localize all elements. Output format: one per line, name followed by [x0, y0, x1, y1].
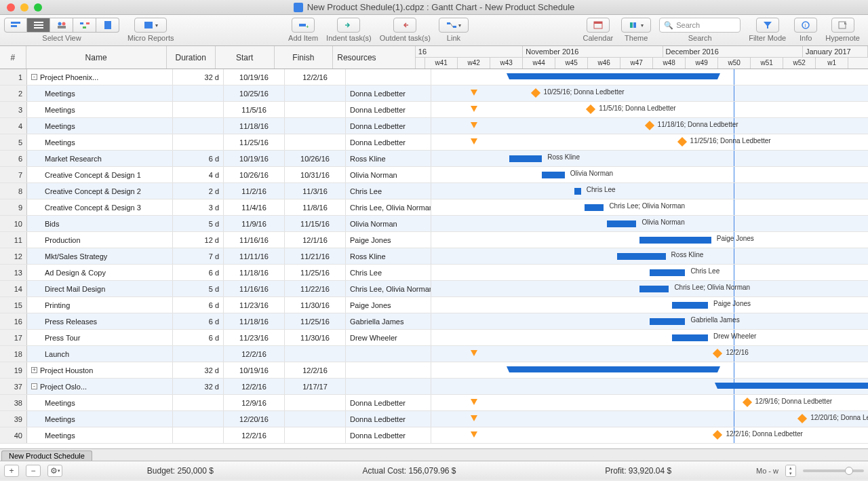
dur-cell[interactable]: 6 d — [173, 297, 224, 313]
finish-cell[interactable]: 11/21/16 — [285, 248, 346, 264]
row-number[interactable]: 18 — [0, 346, 27, 362]
table-row[interactable]: 40Meetings12/2/16Donna Ledbetter12/2/16;… — [0, 427, 868, 444]
dur-cell[interactable]: 7 d — [173, 248, 224, 264]
task-name-cell[interactable]: Meetings — [27, 118, 173, 134]
timeline-header[interactable]: 16November 2016December 2016January 2017… — [416, 46, 868, 69]
gantt-cell[interactable]: Gabriella James — [431, 313, 868, 329]
res-cell[interactable]: Olivia Norman — [346, 167, 431, 182]
res-cell[interactable]: Donna Ledbetter — [346, 395, 431, 410]
view-report-button[interactable] — [96, 18, 119, 33]
dur-cell[interactable]: 4 d — [173, 167, 224, 182]
dur-cell[interactable]: 32 d — [173, 362, 224, 378]
start-cell[interactable]: 11/16/16 — [224, 281, 285, 296]
finish-cell[interactable]: 11/8/16 — [285, 199, 346, 215]
finish-cell[interactable]: 11/30/16 — [285, 330, 346, 345]
dur-cell[interactable] — [173, 411, 224, 427]
gantt-cell[interactable]: 12/2/16; Donna Ledbetter — [431, 427, 868, 443]
dur-cell[interactable] — [173, 395, 224, 410]
start-cell[interactable]: 11/18/16 — [224, 265, 285, 280]
info-button[interactable]: i — [794, 18, 817, 33]
table-row[interactable]: 7Creative Concept & Design 14 d10/26/161… — [0, 167, 868, 183]
milestone-diamond-icon[interactable] — [797, 414, 807, 423]
gantt-cell[interactable]: Chris Lee; Olivia Norman — [431, 281, 868, 296]
res-cell[interactable]: Donna Ledbetter — [346, 85, 431, 101]
remove-row-button[interactable]: − — [26, 465, 41, 477]
table-row[interactable]: 17Press Tour6 d11/23/1611/30/16Drew Whee… — [0, 330, 868, 346]
finish-cell[interactable]: 10/31/16 — [285, 167, 346, 182]
expand-toggle[interactable]: - — [31, 74, 37, 80]
dur-cell[interactable] — [173, 134, 224, 150]
summary-bar[interactable] — [509, 366, 717, 372]
res-cell[interactable]: Gabriella James — [346, 313, 431, 329]
task-bar[interactable] — [672, 334, 708, 341]
start-cell[interactable]: 10/26/16 — [224, 167, 285, 182]
res-cell[interactable] — [346, 379, 431, 394]
task-bar[interactable] — [607, 220, 636, 227]
row-number[interactable]: 40 — [0, 427, 27, 443]
zoom-slider[interactable] — [803, 469, 864, 472]
row-number[interactable]: 2 — [0, 85, 27, 101]
res-cell[interactable]: Ross Kline — [346, 248, 431, 264]
table-row[interactable]: 4Meetings11/18/16Donna Ledbetter11/18/16… — [0, 118, 868, 134]
settings-button[interactable]: ⚙▾ — [47, 465, 62, 477]
finish-cell[interactable]: 1/17/17 — [285, 379, 346, 394]
table-row[interactable]: 10Bids5 d11/9/1611/15/16Olivia NormanOli… — [0, 216, 868, 232]
task-name-cell[interactable]: Printing — [27, 297, 173, 313]
outdent-button[interactable] — [393, 18, 416, 33]
row-number[interactable]: 4 — [0, 118, 27, 134]
col-finish[interactable]: Finish — [275, 46, 334, 69]
res-cell[interactable]: Olivia Norman — [346, 216, 431, 231]
col-num[interactable]: # — [0, 46, 26, 69]
gantt-cell[interactable]: 12/20/16; Donna Ledbetter — [431, 411, 868, 427]
row-number[interactable]: 10 — [0, 216, 27, 231]
table-row[interactable]: 8Creative Concept & Design 22 d11/2/1611… — [0, 183, 868, 199]
gantt-cell[interactable]: Chris Lee — [431, 183, 868, 199]
task-name-cell[interactable]: Creative Concept & Design 3 — [27, 199, 173, 215]
finish-cell[interactable]: 11/30/16 — [285, 297, 346, 313]
dur-cell[interactable]: 6 d — [173, 330, 224, 345]
finish-cell[interactable]: 10/26/16 — [285, 151, 346, 166]
start-cell[interactable]: 11/23/16 — [224, 330, 285, 345]
task-name-cell[interactable]: Creative Concept & Design 1 — [27, 167, 173, 182]
indent-button[interactable] — [337, 18, 360, 33]
theme-button[interactable]: ▾ — [621, 18, 651, 33]
start-cell[interactable]: 11/25/16 — [224, 134, 285, 150]
start-cell[interactable]: 11/4/16 — [224, 199, 285, 215]
start-cell[interactable]: 12/2/16 — [224, 379, 285, 394]
view-network-button[interactable] — [73, 18, 96, 33]
table-row[interactable]: 11Production12 d11/16/1612/1/16Paige Jon… — [0, 232, 868, 248]
gantt-cell[interactable]: Olivia Norman — [431, 167, 868, 182]
gantt-cell[interactable]: Ross Kline — [431, 248, 868, 264]
task-name-cell[interactable]: Press Tour — [27, 330, 173, 345]
res-cell[interactable]: Chris Lee — [346, 183, 431, 199]
add-item-button[interactable]: + — [292, 18, 315, 33]
table-row[interactable]: 14Direct Mail Design5 d11/16/1611/22/16C… — [0, 281, 868, 297]
finish-cell[interactable]: 12/2/16 — [285, 362, 346, 378]
res-cell[interactable]: Chris Lee — [346, 265, 431, 280]
res-cell[interactable]: Donna Ledbetter — [346, 411, 431, 427]
res-cell[interactable]: Chris Lee, Olivia Norman — [346, 199, 431, 215]
gantt-cell[interactable]: Chris Lee; Olivia Norman — [431, 199, 868, 215]
filter-button[interactable] — [756, 18, 779, 33]
row-number[interactable]: 1 — [0, 69, 27, 85]
table-row[interactable]: 16Press Releases6 d11/18/1611/25/16Gabri… — [0, 313, 868, 330]
start-cell[interactable]: 11/2/16 — [224, 183, 285, 199]
table-row[interactable]: 2Meetings10/25/16Donna Ledbetter10/25/16… — [0, 85, 868, 102]
dur-cell[interactable] — [173, 102, 224, 117]
finish-cell[interactable] — [285, 85, 346, 101]
task-bar[interactable] — [672, 302, 708, 309]
gantt-cell[interactable]: Drew Wheeler — [431, 330, 868, 345]
row-number[interactable]: 7 — [0, 167, 27, 182]
res-cell[interactable]: Donna Ledbetter — [346, 427, 431, 443]
table-row[interactable]: 12Mkt/Sales Strategy7 d11/11/1611/21/16R… — [0, 248, 868, 265]
gantt-cell[interactable]: 12/2/16 — [431, 346, 868, 362]
task-bar[interactable] — [509, 155, 542, 162]
gantt-cell[interactable] — [431, 379, 868, 394]
table-row[interactable]: 37-Project Oslo...32 d12/2/161/17/17 — [0, 379, 868, 395]
view-list-button[interactable] — [27, 18, 50, 33]
table-row[interactable]: 5Meetings11/25/16Donna Ledbetter11/25/16… — [0, 134, 868, 151]
search-input[interactable]: 🔍Search — [659, 18, 741, 33]
milestone-diamond-icon[interactable] — [586, 104, 595, 114]
start-cell[interactable]: 12/2/16 — [224, 427, 285, 443]
task-name-cell[interactable]: Meetings — [27, 395, 173, 410]
